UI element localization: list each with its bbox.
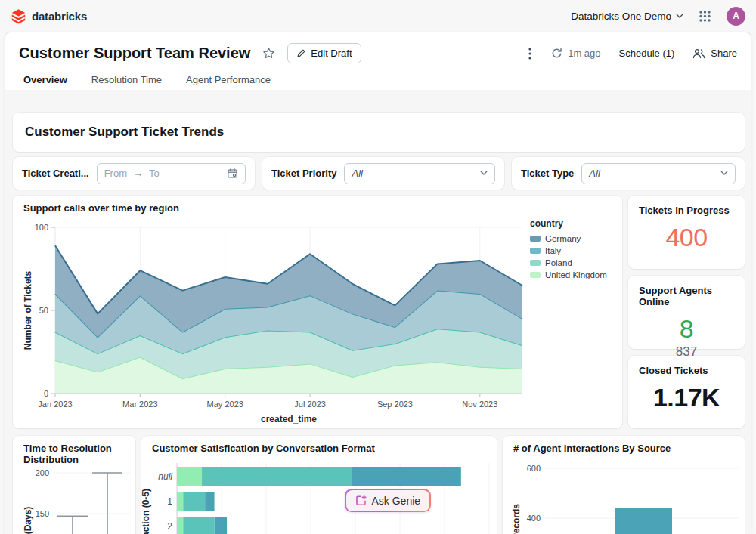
filter-label: Ticket Priority xyxy=(271,168,336,179)
svg-text:null: null xyxy=(158,471,172,482)
databricks-logo[interactable]: databricks xyxy=(11,8,87,24)
legend-item-poland[interactable]: Poland xyxy=(530,257,619,269)
svg-text:1: 1 xyxy=(167,496,172,507)
pencil-icon xyxy=(296,48,306,58)
topbar-right: Databricks One Demo A xyxy=(571,7,745,26)
svg-text:50: 50 xyxy=(39,306,48,315)
filter-ticket-type: Ticket Type All xyxy=(512,157,745,190)
databricks-dashboard-app: databricks Databricks One Demo xyxy=(0,0,756,534)
schedule-button[interactable]: Schedule (1) xyxy=(619,48,675,59)
svg-text:2: 2 xyxy=(167,521,172,532)
svg-text:100: 100 xyxy=(35,223,48,232)
filter-label: Ticket Type xyxy=(521,168,574,179)
legend-item-germany[interactable]: Germany xyxy=(530,233,619,245)
svg-text:(Days): (Days) xyxy=(23,507,33,534)
agent-interactions-widget: 600400records # of Agent Interactions By… xyxy=(503,436,745,534)
legend-swatch xyxy=(530,236,541,242)
dashboard-header: Customer Support Team Review Edit Draft xyxy=(5,32,751,63)
logo-wordmark: databricks xyxy=(32,10,87,23)
avatar[interactable]: A xyxy=(727,7,745,26)
legend-swatch xyxy=(530,248,541,254)
svg-text:0: 0 xyxy=(44,389,48,398)
date-from-placeholder: From xyxy=(104,168,127,179)
svg-text:Mar 2023: Mar 2023 xyxy=(122,400,157,409)
star-icon xyxy=(262,47,275,60)
ask-genie-label: Ask Genie xyxy=(372,495,421,507)
filter-ticket-priority: Ticket Priority All xyxy=(262,157,504,190)
kpi-title: Closed Tickets xyxy=(628,356,745,376)
svg-text:Jan 2023: Jan 2023 xyxy=(38,400,72,409)
page-title: Customer Support Team Review xyxy=(19,45,250,62)
legend-title: country xyxy=(530,218,619,229)
chevron-down-icon xyxy=(480,171,488,176)
date-range-input[interactable]: From → To xyxy=(97,163,246,184)
chart-title: # of Agent Interactions By Source xyxy=(513,443,671,454)
dashboard-card: Customer Support Team Review Edit Draft xyxy=(5,32,751,534)
chevron-down-icon xyxy=(720,171,728,176)
kpi-title: Support Agents Online xyxy=(628,276,745,307)
favorite-star-button[interactable] xyxy=(261,45,277,61)
kebab-menu-button[interactable] xyxy=(527,46,533,61)
kpi-closed-tickets: Closed Tickets 1.17K xyxy=(628,356,745,428)
svg-text:150: 150 xyxy=(36,509,49,518)
databricks-logo-icon xyxy=(11,8,26,24)
genie-icon xyxy=(355,495,367,506)
svg-text:Jul 2023: Jul 2023 xyxy=(294,400,326,409)
refresh-control[interactable]: 1m ago xyxy=(551,48,600,59)
date-to-placeholder: To xyxy=(149,168,160,179)
section-title: Customer Support Ticket Trends xyxy=(25,125,224,140)
ticket-priority-select[interactable]: All xyxy=(344,163,495,184)
kpi-value: 8 xyxy=(628,314,745,344)
chart-title: Customer Satisfication by Conversation F… xyxy=(152,443,375,454)
date-range-arrow: → xyxy=(133,168,143,179)
workspace-switcher[interactable]: Databricks One Demo xyxy=(571,11,683,22)
kebab-icon xyxy=(528,48,531,60)
workspace-name: Databricks One Demo xyxy=(571,11,671,22)
grid-icon xyxy=(699,10,711,23)
svg-text:400: 400 xyxy=(527,514,541,523)
svg-text:faction (0-5): faction (0-5) xyxy=(141,489,151,534)
ask-genie-button[interactable]: Ask Genie xyxy=(345,489,431,512)
share-label: Share xyxy=(711,48,737,59)
share-people-icon xyxy=(692,48,705,59)
support-calls-area-chart: 050100Jan 2023Mar 2023May 2023Jul 2023Se… xyxy=(22,218,527,430)
selected-value: All xyxy=(589,168,600,179)
svg-text:200: 200 xyxy=(36,468,49,477)
legend-label: United Kingdom xyxy=(545,269,607,281)
share-button[interactable]: Share xyxy=(692,48,737,59)
kpi-value: 1.17K xyxy=(628,383,745,412)
svg-text:records: records xyxy=(511,504,522,534)
calendar-icon xyxy=(227,168,238,179)
kpi-support-agents-online: Support Agents Online 8 837 xyxy=(628,276,745,349)
filter-label: Ticket Creati... xyxy=(22,168,89,179)
chart-legend: country Germany Italy Poland xyxy=(530,218,619,281)
edit-draft-label: Edit Draft xyxy=(311,48,352,59)
avatar-initial: A xyxy=(733,11,739,21)
refresh-icon xyxy=(551,48,562,59)
svg-text:600: 600 xyxy=(527,464,541,473)
chevron-down-icon xyxy=(676,14,683,19)
legend-label: Poland xyxy=(545,257,572,269)
legend-item-united-kingdom[interactable]: United Kingdom xyxy=(530,269,619,281)
legend-item-italy[interactable]: Italy xyxy=(530,245,619,257)
svg-text:Number of Tickets: Number of Tickets xyxy=(23,270,33,350)
selected-value: All xyxy=(352,168,362,179)
top-bar: databricks Databricks One Demo xyxy=(0,0,756,32)
customer-satisfaction-widget: null12faction (0-5) Customer Satisficati… xyxy=(141,436,497,534)
kpi-tickets-in-progress: Tickets In Progress 400 xyxy=(628,196,745,269)
legend-swatch xyxy=(530,260,541,266)
edit-draft-button[interactable]: Edit Draft xyxy=(287,43,361,63)
header-actions: 1m ago Schedule (1) Share xyxy=(527,46,737,61)
legend-label: Germany xyxy=(545,233,581,245)
legend-label: Italy xyxy=(545,245,561,257)
filter-ticket-created: Ticket Creati... From → To xyxy=(13,157,255,190)
app-grid-button[interactable] xyxy=(697,8,713,24)
dashboard-canvas: Customer Support Ticket Trends Ticket Cr… xyxy=(5,90,751,534)
svg-text:May 2023: May 2023 xyxy=(207,400,243,409)
ticket-type-select[interactable]: All xyxy=(581,163,736,184)
section-title-widget: Customer Support Ticket Trends xyxy=(13,113,745,152)
support-calls-widget: Support calls over time by region 050100… xyxy=(13,196,622,428)
kpi-title: Tickets In Progress xyxy=(628,196,745,216)
chart-title: Time to Resolution Distribution xyxy=(23,443,135,465)
last-refresh-label: 1m ago xyxy=(568,48,600,59)
